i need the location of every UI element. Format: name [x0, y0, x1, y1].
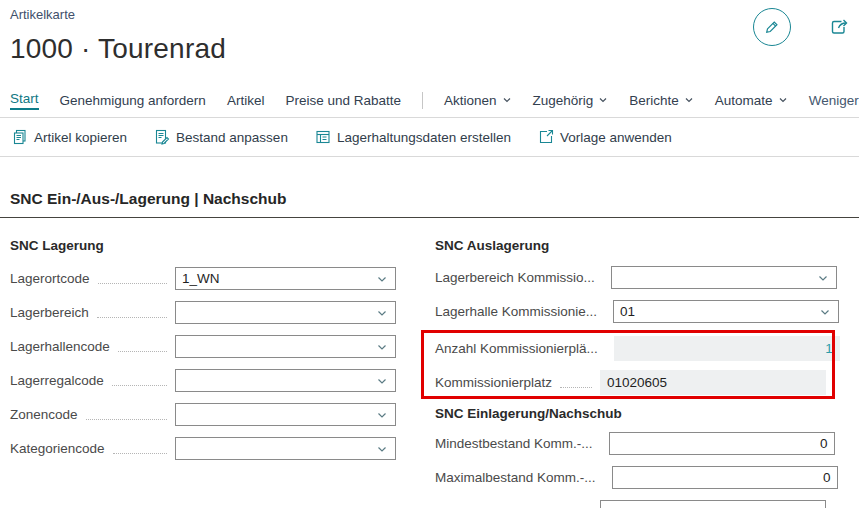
- tab-artikel[interactable]: Artikel: [227, 93, 265, 108]
- field-input-partial[interactable]: [600, 500, 826, 508]
- field-label: Lagerbereich: [10, 305, 89, 320]
- divider: [0, 117, 859, 118]
- action-artikel-kopieren[interactable]: Artikel kopieren: [12, 129, 127, 145]
- field-kommissionierplatz: Kommissionierplatz 01020605: [435, 370, 826, 395]
- dotted-leader: [113, 444, 167, 454]
- chevron-down-icon: [502, 95, 512, 105]
- field-maximalbestand: Maximalbestand Komm.-... 0: [435, 466, 826, 489]
- kategoriencode-input[interactable]: [175, 437, 396, 460]
- chevron-down-icon: [778, 95, 788, 105]
- lagerhallencode-input[interactable]: [175, 335, 396, 358]
- chevron-down-icon[interactable]: [375, 442, 389, 456]
- maximalbestand-input[interactable]: 0: [612, 466, 838, 489]
- dotted-leader: [118, 342, 167, 352]
- dropdown-zugehoerig[interactable]: Zugehörig: [533, 93, 609, 108]
- dotted-leader: [112, 376, 167, 386]
- pencil-icon: [763, 18, 781, 36]
- tab-preise-und-rabatte[interactable]: Preise und Rabatte: [285, 93, 401, 108]
- group-header-snc-auslagerung: SNC Auslagerung: [435, 238, 549, 253]
- field-label: Kommissionierplatz: [435, 375, 552, 390]
- chevron-down-icon: [598, 95, 608, 105]
- item-card-page: Artikelkarte 1000 · Tourenrad Start Gene…: [0, 0, 859, 508]
- divider: [0, 156, 859, 157]
- field-label: Lagerregalcode: [10, 373, 104, 388]
- mindestbestand-input[interactable]: 0: [609, 432, 835, 455]
- create-sku-icon: [315, 129, 331, 145]
- share-icon: [827, 15, 851, 39]
- chevron-down-icon[interactable]: [818, 305, 832, 319]
- field-lagerhallencode: Lagerhallencode: [10, 335, 396, 358]
- field-lagerhalle-kommissionierung: Lagerhalle Kommissionie... 01: [435, 300, 826, 323]
- field-label: Mindestbestand Komm.-...: [435, 436, 593, 451]
- dotted-leader: [98, 274, 167, 284]
- adjust-inventory-icon: [154, 129, 170, 145]
- tab-start[interactable]: Start: [10, 91, 39, 110]
- lagerregalcode-input[interactable]: [175, 369, 396, 392]
- chevron-down-icon[interactable]: [375, 306, 389, 320]
- field-label: Maximalbestand Komm.-...: [435, 470, 596, 485]
- chevron-down-icon[interactable]: [375, 374, 389, 388]
- action-lagerhaltungsdaten-erstellen[interactable]: Lagerhaltungsdaten erstellen: [315, 129, 511, 145]
- field-label: Lagerhalle Kommissionie...: [435, 304, 597, 319]
- dotted-leader: [560, 378, 592, 388]
- page-title: 1000 · Tourenrad: [10, 33, 226, 65]
- lagerbereich-kommissionierung-input[interactable]: [611, 266, 837, 289]
- field-lagerbereich-kommissionierung: Lagerbereich Kommissio...: [435, 266, 826, 289]
- tab-genehmigung-anfordern[interactable]: Genehmigung anfordern: [60, 93, 206, 108]
- lagerhalle-kommissionierung-input[interactable]: 01: [613, 300, 839, 323]
- apply-template-icon: [538, 129, 554, 145]
- group-header-snc-einlagerung-nachschub: SNC Einlagerung/Nachschub: [435, 406, 622, 421]
- dotted-leader: [86, 410, 167, 420]
- group-header-snc-lagerung: SNC Lagerung: [10, 238, 104, 253]
- chevron-down-icon[interactable]: [816, 271, 830, 285]
- action-toolbar: Artikel kopieren Bestand anpassen: [12, 123, 672, 151]
- copy-icon: [12, 129, 28, 145]
- field-kategoriencode: Kategoriencode: [10, 437, 396, 460]
- dotted-leader: [97, 308, 167, 318]
- field-label: Kategoriencode: [10, 441, 105, 456]
- field-label: Lagerhallencode: [10, 339, 110, 354]
- dropdown-automate[interactable]: Automate: [715, 93, 788, 108]
- field-lagerbereich: Lagerbereich: [10, 301, 396, 324]
- zonencode-input[interactable]: [175, 403, 396, 426]
- lagerbereich-input[interactable]: [175, 301, 396, 324]
- anzahl-kommissionierplaetze-value[interactable]: 1: [614, 336, 840, 361]
- chevron-down-icon[interactable]: [375, 340, 389, 354]
- field-label: Anzahl Kommissionierplä...: [435, 341, 598, 356]
- field-lagerortcode: Lagerortcode 1_WN: [10, 267, 396, 290]
- edit-button[interactable]: [753, 8, 791, 46]
- dropdown-berichte[interactable]: Berichte: [629, 93, 694, 108]
- page-caption: Artikelkarte: [10, 7, 75, 22]
- lagerortcode-input[interactable]: 1_WN: [175, 267, 396, 290]
- field-label: Lagerbereich Kommissio...: [435, 270, 595, 285]
- share-button[interactable]: [826, 14, 852, 40]
- field-label: Lagerortcode: [10, 271, 90, 286]
- action-bestand-anpassen[interactable]: Bestand anpassen: [154, 129, 288, 145]
- chevron-down-icon[interactable]: [375, 408, 389, 422]
- chevron-down-icon: [684, 95, 694, 105]
- field-label: Zonencode: [10, 407, 78, 422]
- ribbon-menubar: Start Genehmigung anfordern Artikel Prei…: [10, 88, 859, 112]
- action-vorlage-anwenden[interactable]: Vorlage anwenden: [538, 129, 672, 145]
- kommissionierplatz-value[interactable]: 01020605: [600, 370, 826, 395]
- field-lagerregalcode: Lagerregalcode: [10, 369, 396, 392]
- fasttab-underline: [0, 217, 859, 218]
- field-mindestbestand: Mindestbestand Komm.-... 0: [435, 432, 826, 455]
- chevron-down-icon[interactable]: [375, 272, 389, 286]
- field-zonencode: Zonencode: [10, 403, 396, 426]
- field-anzahl-kommissionierplaetze: Anzahl Kommissionierplä... 1: [435, 336, 826, 361]
- more-options-button[interactable]: Weniger Optionen: [809, 93, 859, 108]
- dropdown-aktionen[interactable]: Aktionen: [444, 93, 512, 108]
- fasttab-title[interactable]: SNC Ein-/Aus-/Lagerung | Nachschub: [10, 190, 286, 208]
- menubar-separator: [422, 92, 423, 109]
